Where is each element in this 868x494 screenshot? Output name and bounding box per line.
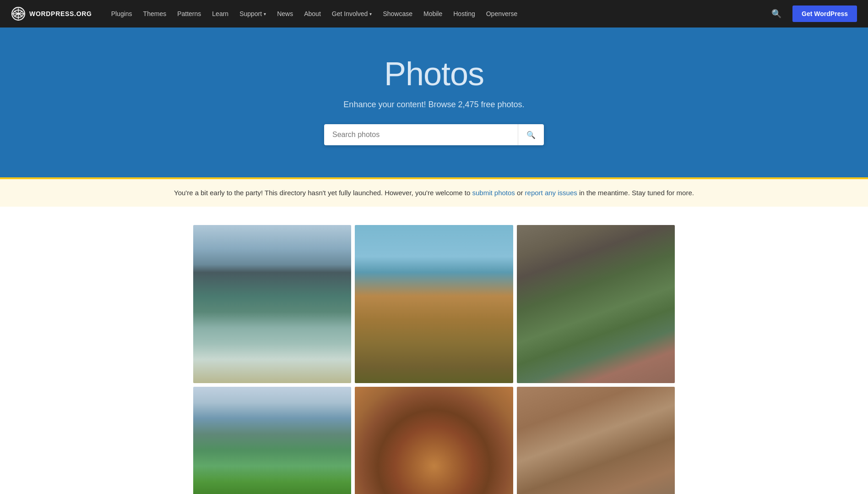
search-input[interactable] [324, 124, 518, 145]
nav-item-hosting[interactable]: Hosting [449, 6, 479, 21]
notice-banner: You're a bit early to the party! This di… [0, 177, 868, 207]
hero-title: Photos [11, 55, 857, 93]
nav-links: Plugins Themes Patterns Learn Support Ne… [107, 6, 768, 21]
report-issues-link[interactable]: report any issues [525, 189, 577, 197]
nav-item-plugins[interactable]: Plugins [107, 6, 137, 21]
search-submit-button[interactable]: 🔍 [518, 124, 544, 145]
nav-item-showcase[interactable]: Showcase [378, 6, 417, 21]
submit-photos-link[interactable]: submit photos [472, 189, 515, 197]
hero-subtitle: Enhance your content! Browse 2,475 free … [11, 100, 857, 110]
search-icon: 🔍 [526, 131, 536, 139]
site-logo-text: WORDPRESS.ORG [29, 10, 92, 17]
site-logo[interactable]: WORDPRESS.ORG [11, 6, 92, 21]
hero-section: Photos Enhance your content! Browse 2,47… [0, 27, 868, 177]
photo-item[interactable] [517, 225, 675, 383]
nav-actions: 🔍 Get WordPress [768, 5, 857, 22]
nav-item-openverse[interactable]: Openverse [482, 6, 522, 21]
nav-item-get-involved[interactable]: Get Involved [327, 6, 377, 21]
photo-item[interactable] [193, 387, 351, 494]
wordpress-logo-icon [11, 6, 26, 21]
photo-grid-container [182, 225, 686, 494]
nav-search-button[interactable]: 🔍 [768, 7, 785, 21]
notice-text-before: You're a bit early to the party! This di… [174, 189, 470, 197]
nav-item-learn[interactable]: Learn [207, 6, 233, 21]
notice-text-or: or [517, 189, 523, 197]
photo-item[interactable] [355, 387, 513, 494]
nav-item-news[interactable]: News [272, 6, 298, 21]
hero-search-form: 🔍 [324, 124, 544, 145]
search-icon: 🔍 [771, 9, 781, 18]
nav-item-mobile[interactable]: Mobile [419, 6, 447, 21]
nav-item-support[interactable]: Support [235, 6, 271, 21]
main-nav: WORDPRESS.ORG Plugins Themes Patterns Le… [0, 0, 868, 27]
notice-text-after2: in the meantime. Stay tuned for more. [579, 189, 694, 197]
nav-item-themes[interactable]: Themes [139, 6, 171, 21]
photo-item[interactable] [355, 225, 513, 383]
nav-item-about[interactable]: About [299, 6, 326, 21]
photo-item[interactable] [517, 387, 675, 494]
get-wordpress-button[interactable]: Get WordPress [792, 5, 857, 22]
photo-item[interactable] [193, 225, 351, 383]
nav-item-patterns[interactable]: Patterns [173, 6, 206, 21]
photo-grid [193, 225, 675, 494]
